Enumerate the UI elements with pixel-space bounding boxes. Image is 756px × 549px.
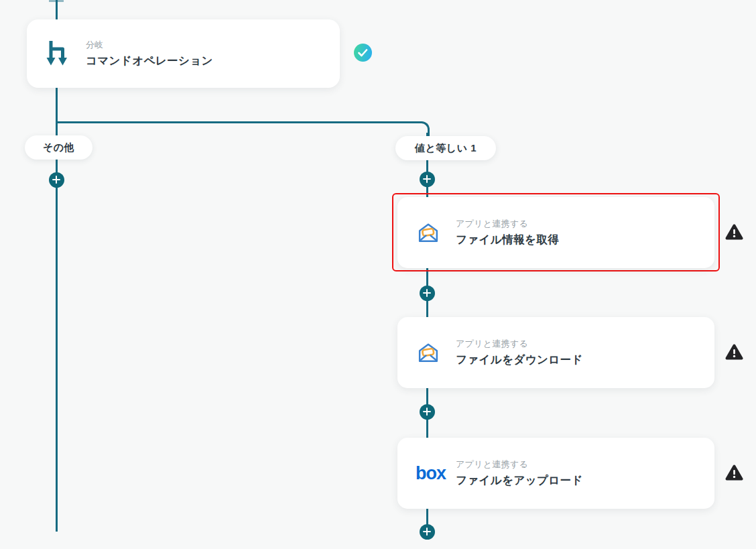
branch-label-text: 値と等しい 1	[415, 142, 477, 155]
node-download-file[interactable]: アプリと連携する ファイルをダウンロード	[397, 317, 714, 388]
node-get-file-info[interactable]: アプリと連携する ファイル情報を取得	[397, 197, 714, 268]
add-step-button-right-2[interactable]	[420, 286, 435, 301]
branch-label-equals-value-1[interactable]: 値と等しい 1	[395, 136, 496, 160]
node-title: ファイルをダウンロード	[456, 353, 583, 367]
warning-icon	[725, 224, 743, 241]
node-title: ファイル情報を取得	[456, 233, 559, 247]
add-step-button-right-3[interactable]	[420, 404, 435, 420]
mail-open-icon	[416, 221, 446, 245]
box-logo-text: box	[416, 465, 446, 483]
branch-label-text: その他	[43, 141, 74, 154]
add-step-button-right-1[interactable]	[420, 172, 435, 187]
branch-icon	[46, 40, 76, 67]
node-type-label: 分岐	[86, 39, 213, 51]
workflow-canvas: 分岐 コマンドオペレーション その他 値と等しい 1 アプリと連携する	[0, 0, 756, 549]
add-step-button-left[interactable]	[49, 172, 64, 188]
node-title: コマンドオペレーション	[86, 54, 213, 68]
node-branch-operation[interactable]: 分岐 コマンドオペレーション	[27, 19, 340, 88]
box-logo: box	[416, 465, 446, 483]
check-icon	[358, 49, 368, 57]
node-type-label: アプリと連携する	[456, 338, 583, 350]
branch-label-other[interactable]: その他	[25, 135, 92, 160]
add-step-button-right-4[interactable]	[420, 524, 435, 540]
success-check-badge	[354, 44, 372, 62]
connector-line-branch-split	[56, 121, 430, 141]
node-title: ファイルをアップロード	[456, 473, 583, 488]
warning-icon	[725, 465, 743, 481]
node-type-label: アプリと連携する	[456, 218, 559, 230]
node-upload-file[interactable]: box アプリと連携する ファイルをアップロード	[397, 438, 714, 509]
node-type-label: アプリと連携する	[456, 459, 583, 471]
mail-open-icon	[416, 341, 446, 365]
warning-icon	[725, 344, 743, 361]
